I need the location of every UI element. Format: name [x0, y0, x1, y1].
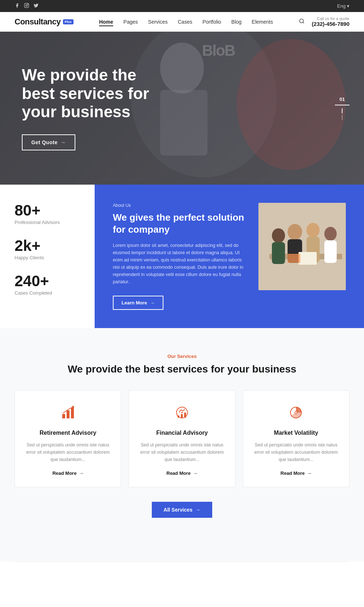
service-financial-desc: Sed ut perspiciatis unde omnis iste natu… — [139, 441, 225, 463]
service-card-financial: Financial Advisory Sed ut perspiciatis u… — [128, 390, 235, 487]
stat-clients-number: 2k+ — [15, 238, 80, 253]
service-card-market: Market Volatility Sed ut perspiciatis un… — [243, 390, 349, 487]
read-more-market[interactable]: Read More → — [281, 470, 312, 476]
retirement-icon — [61, 405, 75, 423]
instagram-icon[interactable] — [24, 3, 29, 9]
all-services-button[interactable]: All Services → — [152, 502, 212, 518]
slide-dot-2[interactable] — [342, 115, 343, 120]
svg-point-18 — [324, 227, 337, 241]
service-financial-name: Financial Advisory — [156, 430, 208, 436]
slide-number: 01 — [340, 96, 345, 102]
svg-rect-0 — [24, 3, 29, 8]
services-grid: Retirement Advisory Sed ut perspiciatis … — [15, 390, 349, 487]
about-title: We gives the perfect solution for compan… — [113, 212, 248, 235]
services-section: Our Services We provide the best service… — [0, 328, 364, 540]
svg-rect-19 — [324, 240, 337, 263]
header: Consultancy Plus Home Pages Services Cas… — [0, 12, 364, 32]
svg-line-4 — [303, 22, 304, 23]
stat-advisors: 80+ Professional Advisors — [15, 203, 80, 225]
about-column: About Us We gives the perfect solution f… — [95, 185, 364, 328]
about-image — [258, 203, 346, 290]
service-market-desc: Sed ut perspiciatis unde omnis iste natu… — [253, 441, 339, 463]
svg-point-27 — [181, 412, 183, 413]
svg-rect-21 — [288, 254, 300, 263]
svg-rect-20 — [298, 252, 317, 265]
nav-portfolio[interactable]: Portfolio — [202, 19, 221, 25]
stat-clients: 2k+ Happy Clients — [15, 238, 80, 260]
slide-line — [335, 105, 349, 106]
services-tag: Our Services — [15, 354, 349, 359]
twitter-icon[interactable] — [33, 3, 39, 9]
slide-dots — [342, 109, 343, 120]
financial-icon — [175, 405, 189, 423]
search-icon[interactable] — [299, 18, 305, 25]
service-market-name: Market Volatility — [274, 430, 318, 436]
service-card-retirement: Retirement Advisory Sed ut perspiciatis … — [15, 390, 121, 487]
spacer — [0, 540, 364, 561]
logo-text: Consultancy — [15, 17, 61, 27]
svg-rect-24 — [71, 407, 74, 418]
nav-blog[interactable]: Blog — [232, 19, 242, 25]
svg-rect-22 — [62, 414, 65, 418]
get-quote-button[interactable]: Get Quote → — [22, 134, 75, 150]
hero-title: We provide the best services for your bu… — [22, 66, 153, 121]
read-more-financial[interactable]: Read More → — [166, 470, 197, 476]
hero-section: We provide the best services for your bu… — [0, 32, 364, 185]
svg-rect-23 — [67, 410, 70, 418]
about-body: Lorem ipsum dolor sit amet, consectetur … — [113, 242, 248, 285]
stats-column: 80+ Professional Advisors 2k+ Happy Clie… — [0, 185, 95, 328]
svg-point-25 — [72, 406, 74, 408]
stat-cases: 240+ Cases Completed — [15, 273, 80, 296]
nav-services[interactable]: Services — [148, 19, 168, 25]
stat-advisors-number: 80+ — [15, 203, 80, 218]
svg-rect-30 — [184, 413, 186, 418]
svg-rect-28 — [178, 415, 179, 418]
portfolio-section: Our Portfolio We have done lot's of awes… — [0, 584, 364, 607]
learn-more-button[interactable]: Learn More → — [113, 296, 163, 310]
svg-point-3 — [300, 19, 304, 23]
market-icon — [289, 405, 303, 423]
stat-clients-label: Happy Clients — [15, 255, 80, 260]
svg-point-2 — [28, 4, 28, 4]
svg-point-32 — [295, 411, 297, 414]
logo[interactable]: Consultancy Plus — [15, 17, 74, 27]
logo-badge: Plus — [63, 19, 74, 24]
language-selector[interactable]: Eng ▾ — [337, 3, 349, 9]
about-tag: About Us — [113, 203, 248, 208]
stats-about-section: 80+ Professional Advisors 2k+ Happy Clie… — [0, 185, 364, 328]
about-text: About Us We gives the perfect solution f… — [113, 203, 248, 310]
service-retirement-desc: Sed ut perspiciatis unde omnis iste natu… — [25, 441, 111, 463]
svg-point-1 — [26, 5, 28, 7]
svg-point-7 — [237, 39, 346, 170]
stat-advisors-label: Professional Advisors — [15, 220, 80, 225]
call-label: Call us for a quote — [312, 16, 349, 21]
nav-home[interactable]: Home — [99, 19, 113, 25]
call-number: (232)-456-7890 — [312, 21, 349, 27]
header-right: Call us for a quote (232)-456-7890 — [299, 16, 349, 27]
nav-cases[interactable]: Cases — [178, 19, 193, 25]
stat-cases-label: Cases Completed — [15, 290, 80, 296]
read-more-retirement[interactable]: Read More → — [52, 470, 83, 476]
all-services-wrap: All Services → — [15, 502, 349, 525]
facebook-icon[interactable] — [15, 3, 20, 9]
spacer2 — [0, 562, 364, 584]
hero-indicators: 01 — [335, 96, 349, 120]
stat-cases-number: 240+ — [15, 273, 80, 289]
social-links — [15, 3, 39, 9]
service-retirement-name: Retirement Advisory — [40, 430, 96, 436]
hero-content: We provide the best services for your bu… — [0, 66, 175, 150]
svg-point-12 — [272, 228, 285, 243]
svg-point-16 — [306, 223, 320, 237]
svg-point-14 — [288, 224, 302, 240]
top-bar: Eng ▾ — [0, 0, 364, 12]
services-title: We provide the best services for your bu… — [15, 363, 349, 376]
svg-rect-13 — [272, 242, 285, 264]
nav-pages[interactable]: Pages — [123, 19, 138, 25]
slide-dot-1[interactable] — [342, 109, 343, 114]
call-info: Call us for a quote (232)-456-7890 — [312, 16, 349, 27]
main-nav: Home Pages Services Cases Portfolio Blog… — [99, 19, 273, 25]
svg-rect-29 — [181, 414, 183, 418]
nav-elements[interactable]: Elements — [252, 19, 273, 25]
